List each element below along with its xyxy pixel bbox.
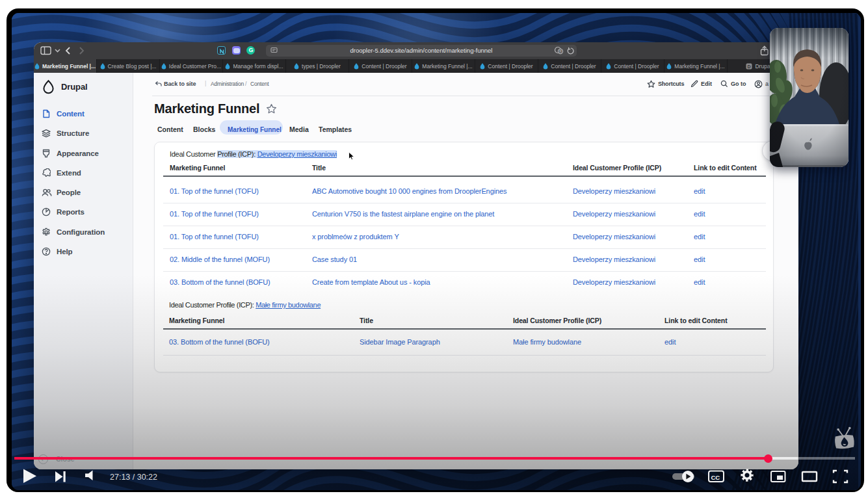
svg-text:D: D bbox=[748, 64, 751, 68]
svg-text:R: R bbox=[559, 49, 562, 53]
svg-text:27:13 / 30:22: 27:13 / 30:22 bbox=[110, 473, 157, 482]
svg-text:CC: CC bbox=[711, 474, 720, 481]
